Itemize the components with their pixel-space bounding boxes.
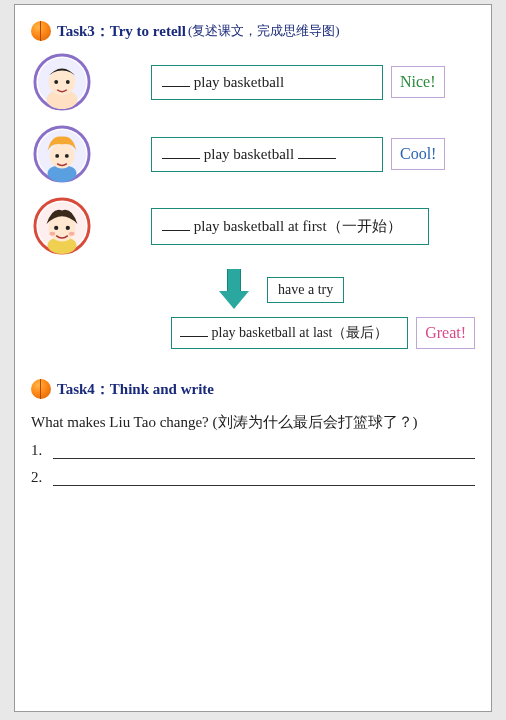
- task4-header: Task4：Think and write: [31, 379, 475, 399]
- retell-row-2: play basketball Cool!: [31, 125, 475, 183]
- avatar-boy-3: [33, 197, 91, 255]
- retell-box-3[interactable]: play basketball at first（一开始）: [151, 208, 429, 245]
- worksheet-page: Task3：Try to retell (复述课文，完成思维导图) play b…: [14, 4, 492, 712]
- avatar-boy-2: [33, 125, 91, 183]
- task3-subtitle: (复述课文，完成思维导图): [188, 22, 340, 40]
- basketball-icon: [31, 379, 51, 399]
- retell-box-1[interactable]: play basketball: [151, 65, 383, 100]
- svg-point-11: [65, 154, 69, 158]
- answer-line-1[interactable]: 1.: [31, 442, 475, 459]
- task4-title: Task4：Think and write: [57, 380, 214, 399]
- svg-point-16: [54, 226, 58, 230]
- arrow-row: have a try: [219, 269, 475, 311]
- try-box: have a try: [267, 277, 344, 303]
- retell-text-3: play basketball at first（一开始）: [190, 218, 402, 234]
- blank-input[interactable]: [162, 219, 190, 231]
- answer-line-2[interactable]: 2.: [31, 469, 475, 486]
- svg-point-17: [66, 226, 70, 230]
- badge-cool: Cool!: [391, 138, 445, 170]
- answer-number: 2.: [31, 469, 49, 486]
- task4-question: What makes Liu Tao change? (刘涛为什么最后会打篮球了…: [31, 413, 475, 432]
- retell-box-4[interactable]: play basketball at last（最后）: [171, 317, 408, 349]
- task3-header: Task3：Try to retell (复述课文，完成思维导图): [31, 21, 475, 41]
- svg-point-4: [54, 80, 58, 84]
- badge-nice: Nice!: [391, 66, 445, 98]
- blank-input[interactable]: [162, 147, 200, 159]
- svg-point-18: [49, 232, 55, 236]
- svg-point-5: [66, 80, 70, 84]
- retell-box-2[interactable]: play basketball: [151, 137, 383, 172]
- svg-point-9: [49, 143, 74, 168]
- retell-text-2: play basketball: [200, 146, 298, 162]
- task3-title: Task3：Try to retell: [57, 22, 186, 41]
- answer-number: 1.: [31, 442, 49, 459]
- answer-blank[interactable]: [53, 445, 475, 459]
- svg-point-10: [55, 154, 59, 158]
- retell-text-4: play basketball at last（最后）: [208, 325, 388, 340]
- blank-input[interactable]: [162, 75, 190, 87]
- svg-point-19: [69, 232, 75, 236]
- answer-blank[interactable]: [53, 472, 475, 486]
- retell-row-3: play basketball at first（一开始）: [31, 197, 475, 255]
- retell-text-1: play basketball: [190, 74, 284, 90]
- blank-input[interactable]: [298, 147, 336, 159]
- retell-row-1: play basketball Nice!: [31, 53, 475, 111]
- down-arrow-icon: [219, 269, 249, 311]
- basketball-icon: [31, 21, 51, 41]
- badge-great: Great!: [416, 317, 475, 349]
- task3-rows: play basketball Nice! play basketba: [31, 53, 475, 349]
- blank-input[interactable]: [180, 325, 208, 337]
- avatar-boy-1: [33, 53, 91, 111]
- retell-row-4: play basketball at last（最后） Great!: [171, 317, 475, 349]
